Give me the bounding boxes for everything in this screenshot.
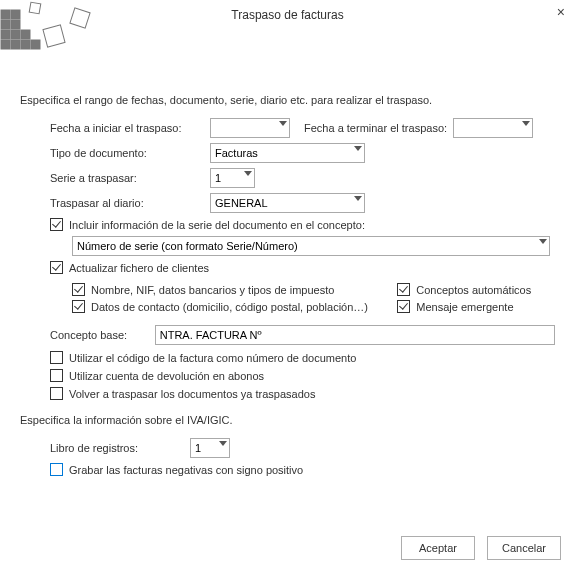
concepto-base-input[interactable] [155, 325, 555, 345]
tipo-doc-select[interactable] [210, 143, 365, 163]
chk-incluir-serie-row: Incluir información de la serie del docu… [50, 218, 555, 231]
chk-mensaje-emergente[interactable] [397, 300, 410, 313]
fecha-iniciar-label: Fecha a iniciar el traspaso: [50, 122, 210, 134]
accept-button[interactable]: Aceptar [401, 536, 475, 560]
title-bar: Traspaso de facturas × [0, 0, 575, 30]
row-concepto-base: Concepto base: [50, 325, 555, 345]
serie-select[interactable] [210, 168, 255, 188]
numero-serie-select[interactable] [72, 236, 550, 256]
chk-conceptos-auto[interactable] [397, 283, 410, 296]
chk-incluir-serie[interactable] [50, 218, 63, 231]
chk-utilizar-cuenta[interactable] [50, 369, 63, 382]
diario-select[interactable] [210, 193, 365, 213]
chk-datos-contacto-label: Datos de contacto (domicilio, código pos… [91, 301, 368, 313]
actualizar-subopts: Nombre, NIF, datos bancarios y tipos de … [72, 279, 555, 317]
concepto-base-label: Concepto base: [50, 329, 155, 341]
chk-utilizar-cuenta-row: Utilizar cuenta de devolución en abonos [50, 369, 555, 382]
chk-actualizar-label: Actualizar fichero de clientes [69, 262, 209, 274]
footer-buttons: Aceptar Cancelar [401, 536, 561, 560]
cancel-button[interactable]: Cancelar [487, 536, 561, 560]
chk-incluir-serie-label: Incluir información de la serie del docu… [69, 219, 365, 231]
chk-volver-traspasar-label: Volver a traspasar los documentos ya tra… [69, 388, 315, 400]
close-icon[interactable]: × [557, 4, 565, 20]
chk-datos-contacto[interactable] [72, 300, 85, 313]
row-tipo-doc: Tipo de documento: [50, 143, 555, 163]
row-diario: Traspasar al diario: [50, 193, 555, 213]
chk-mensaje-emergente-label: Mensaje emergente [416, 301, 513, 313]
chk-grabar-neg[interactable] [50, 463, 63, 476]
fecha-terminar-label: Fecha a terminar el traspaso: [304, 122, 447, 134]
chk-utilizar-codigo-label: Utilizar el código de la factura como nú… [69, 352, 356, 364]
tipo-doc-label: Tipo de documento: [50, 147, 210, 159]
chk-utilizar-cuenta-label: Utilizar cuenta de devolución en abonos [69, 370, 264, 382]
chk-grabar-neg-row: Grabar las facturas negativas con signo … [50, 463, 555, 476]
serie-label: Serie a traspasar: [50, 172, 210, 184]
chk-grabar-neg-label: Grabar las facturas negativas con signo … [69, 464, 303, 476]
chk-nombre[interactable] [72, 283, 85, 296]
row-numero-serie-select [72, 236, 555, 256]
chk-actualizar[interactable] [50, 261, 63, 274]
chk-actualizar-row: Actualizar fichero de clientes [50, 261, 555, 274]
iva-section-text: Especifica la información sobre el IVA/I… [20, 414, 555, 426]
diario-label: Traspasar al diario: [50, 197, 210, 209]
chk-volver-traspasar-row: Volver a traspasar los documentos ya tra… [50, 387, 555, 400]
fecha-iniciar-select[interactable] [210, 118, 290, 138]
intro-text: Especifica el rango de fechas, documento… [20, 94, 555, 106]
libro-label: Libro de registros: [50, 442, 190, 454]
chk-volver-traspasar[interactable] [50, 387, 63, 400]
dialog-window: Traspaso de facturas × Especifica el ran… [0, 0, 575, 570]
chk-conceptos-auto-label: Conceptos automáticos [416, 284, 531, 296]
fecha-terminar-select[interactable] [453, 118, 533, 138]
row-serie: Serie a traspasar: [50, 168, 555, 188]
window-title: Traspaso de facturas [231, 8, 343, 22]
content-area: Especifica el rango de fechas, documento… [0, 30, 575, 491]
chk-nombre-label: Nombre, NIF, datos bancarios y tipos de … [91, 284, 334, 296]
row-libro: Libro de registros: [50, 438, 555, 458]
libro-select[interactable] [190, 438, 230, 458]
chk-utilizar-codigo-row: Utilizar el código de la factura como nú… [50, 351, 555, 364]
row-fechas: Fecha a iniciar el traspaso: Fecha a ter… [50, 118, 555, 138]
chk-utilizar-codigo[interactable] [50, 351, 63, 364]
